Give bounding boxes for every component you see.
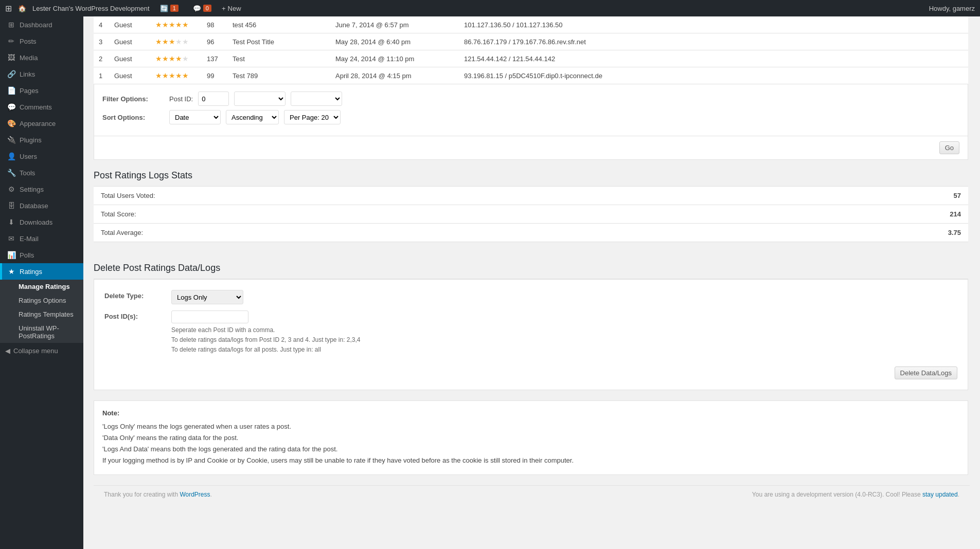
polls-icon: 📊	[7, 251, 15, 259]
plus-icon: +	[222, 5, 226, 12]
row-date: June 7, 2014 @ 6:57 pm	[330, 16, 459, 33]
sidebar-label-plugins: Plugins	[20, 136, 42, 144]
main-content: 4 Guest ★★★★★ 98 test 456 June 7, 2014 @…	[83, 16, 980, 549]
submenu-manage-ratings[interactable]: Manage Ratings	[0, 280, 83, 294]
ratings-log-table: 4 Guest ★★★★★ 98 test 456 June 7, 2014 @…	[94, 16, 968, 84]
row-score: 98	[202, 16, 227, 33]
sidebar-label-dashboard: Dashboard	[20, 21, 52, 29]
sidebar-item-tools[interactable]: 🔧 Tools	[0, 164, 83, 181]
pages-icon: 📄	[7, 86, 15, 95]
sidebar-item-appearance[interactable]: 🎨 Appearance	[0, 115, 83, 132]
wordpress-link[interactable]: WordPress	[180, 491, 210, 498]
go-button[interactable]: Go	[939, 141, 959, 154]
table-row: 4 Guest ★★★★★ 98 test 456 June 7, 2014 @…	[94, 16, 968, 33]
sidebar-label-media: Media	[20, 54, 38, 62]
sidebar-item-links[interactable]: 🔗 Links	[0, 66, 83, 82]
sidebar-label-appearance: Appearance	[20, 120, 56, 127]
stats-section-title: Post Ratings Logs Stats	[94, 160, 968, 187]
sidebar-label-downloads: Downloads	[20, 218, 52, 226]
row-user: Guest	[109, 33, 150, 50]
sidebar-item-polls[interactable]: 📊 Polls	[0, 247, 83, 263]
delete-type-label: Delete Type:	[104, 290, 166, 300]
help-text-3: To delete ratings data/logs for all post…	[171, 345, 361, 355]
footer-right: You are using a development version (4.0…	[752, 491, 959, 498]
table-row: 1 Guest ★★★★★ 99 Test 789 April 28, 2014…	[94, 67, 968, 84]
row-post: test 456	[227, 16, 330, 33]
home-icon[interactable]: 🏠	[18, 5, 26, 12]
row-num: 2	[94, 50, 109, 67]
sidebar-item-ratings[interactable]: ★ Ratings	[0, 263, 83, 280]
user-filter-select[interactable]: All Users Guest Registered	[234, 92, 286, 106]
row-num: 4	[94, 16, 109, 33]
order-select[interactable]: Ascending Descending	[226, 110, 279, 124]
delete-type-select[interactable]: Logs Only Data Only Logs And Data	[171, 290, 243, 304]
sidebar-item-downloads[interactable]: ⬇ Downloads	[0, 214, 83, 230]
tools-icon: 🔧	[7, 169, 15, 177]
row-ip: 86.76.167.179 / 179.167.76.86.rev.sfr.ne…	[459, 33, 968, 50]
ratings-icon: ★	[7, 267, 15, 276]
post-ids-input[interactable]	[171, 310, 248, 323]
sidebar-label-links: Links	[20, 70, 35, 78]
stats-label: Total Score:	[94, 205, 719, 224]
wp-logo-icon[interactable]: ⊞	[5, 4, 12, 13]
submenu-ratings-options[interactable]: Ratings Options	[0, 294, 83, 307]
row-ip: 101.127.136.50 / 101.127.136.50	[459, 16, 968, 33]
sidebar-item-email[interactable]: ✉ E-Mail	[0, 230, 83, 247]
row-date: May 24, 2014 @ 11:10 pm	[330, 50, 459, 67]
rating-filter-select[interactable]: All Ratings 1 Star 2 Stars 3 Stars 4 Sta…	[291, 92, 342, 106]
table-row: 2 Guest ★★★★★ 137 Test May 24, 2014 @ 11…	[94, 50, 968, 67]
admin-menu: ⊞ Dashboard ✏ Posts 🖼 Media 🔗 Links 📄 Pa…	[0, 16, 83, 549]
submenu-uninstall[interactable]: Uninstall WP-PostRatings	[0, 321, 83, 343]
comments-menu-icon: 💬	[7, 103, 15, 111]
new-link[interactable]: + New	[222, 5, 241, 12]
collapse-menu-button[interactable]: ◀ Collapse menu	[0, 343, 83, 359]
note-line-1: 'Logs Only' means the logs generated whe…	[102, 421, 959, 432]
stats-row: Total Average: 3.75	[94, 224, 968, 242]
stats-label: Total Users Voted:	[94, 187, 719, 205]
sidebar-item-dashboard[interactable]: ⊞ Dashboard	[0, 16, 83, 33]
row-stars: ★★★★★	[150, 67, 202, 84]
per-page-select[interactable]: Per Page: 10 Per Page: 20 Per Page: 50	[284, 110, 341, 124]
stats-label: Total Average:	[94, 224, 719, 242]
stats-value: 214	[719, 205, 968, 224]
filter-options-label: Filter Options:	[102, 95, 164, 103]
sort-by-select[interactable]: Date Score Post ID User	[169, 110, 221, 124]
submenu-ratings-templates[interactable]: Ratings Templates	[0, 307, 83, 321]
collapse-label: Collapse menu	[13, 347, 58, 355]
ratings-submenu: Manage Ratings Ratings Options Ratings T…	[0, 280, 83, 343]
wp-footer: Thank you for creating with WordPress. Y…	[94, 485, 970, 503]
site-name[interactable]: Lester Chan's WordPress Development	[32, 5, 150, 12]
comments-count: 0	[203, 5, 211, 12]
updates-notify[interactable]: 🔄 1	[156, 5, 183, 12]
delete-data-logs-button[interactable]: Delete Data/Logs	[895, 367, 957, 379]
sidebar-label-ratings: Ratings	[20, 268, 42, 276]
note-line-4: If your logging method is by IP and Cook…	[102, 455, 959, 466]
sidebar-item-settings[interactable]: ⚙ Settings	[0, 181, 83, 197]
footer-left: Thank you for creating with WordPress.	[104, 491, 212, 498]
sidebar-label-tools: Tools	[20, 169, 35, 177]
sidebar-item-database[interactable]: 🗄 Database	[0, 197, 83, 214]
sidebar-item-users[interactable]: 👤 Users	[0, 148, 83, 164]
row-post: Test Post Title	[227, 33, 330, 50]
table-row: 3 Guest ★★★★★ 96 Test Post Title May 28,…	[94, 33, 968, 50]
sidebar-item-media[interactable]: 🖼 Media	[0, 49, 83, 66]
row-stars: ★★★★★	[150, 16, 202, 33]
stay-updated-link[interactable]: stay updated	[922, 491, 958, 498]
updates-count: 1	[170, 5, 179, 12]
settings-icon: ⚙	[7, 185, 15, 193]
sidebar-label-pages: Pages	[20, 87, 39, 95]
sidebar-item-pages[interactable]: 📄 Pages	[0, 82, 83, 99]
sidebar-item-plugins[interactable]: 🔌 Plugins	[0, 132, 83, 148]
note-line-2: 'Data Only' means the rating data for th…	[102, 432, 959, 444]
row-ip: 121.54.44.142 / 121.54.44.142	[459, 50, 968, 67]
stats-value: 3.75	[719, 224, 968, 242]
row-score: 96	[202, 33, 227, 50]
email-icon: ✉	[7, 234, 15, 243]
sidebar-item-posts[interactable]: ✏ Posts	[0, 33, 83, 49]
post-id-input[interactable]	[198, 92, 229, 106]
sidebar-item-comments[interactable]: 💬 Comments	[0, 99, 83, 115]
note-line-3: 'Logs And Data' means both the logs gene…	[102, 444, 959, 455]
row-user: Guest	[109, 50, 150, 67]
row-user: Guest	[109, 16, 150, 33]
comments-notify[interactable]: 💬 0	[189, 5, 216, 12]
